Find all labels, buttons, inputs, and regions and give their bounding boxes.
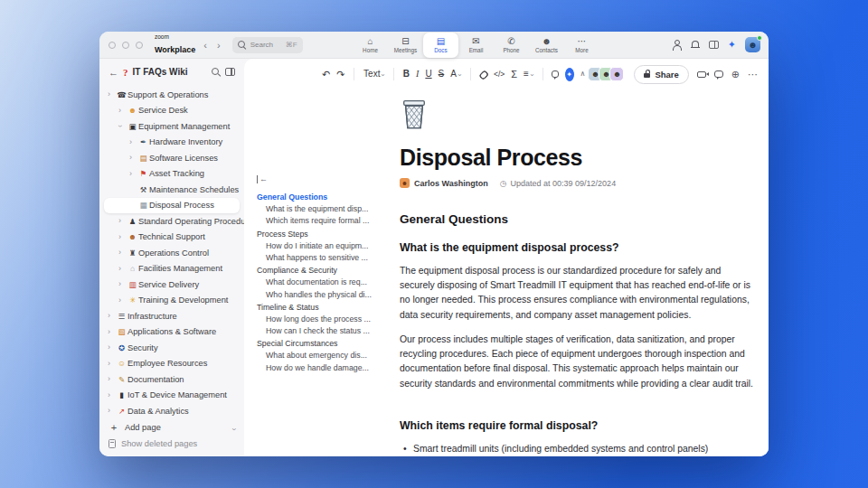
ai-companion-icon[interactable]: ✦ [728,39,736,51]
toc-section-heading[interactable]: Timeline & Status [257,302,391,314]
question-heading[interactable]: What is the equipment disposal process? [400,241,754,254]
collapse-toolbar-button[interactable]: ∧ [580,70,586,78]
top-nav-tab[interactable]: ▤ Docs [423,33,458,58]
collapse-toc-icon[interactable]: ← [257,175,268,183]
list-dropdown[interactable]: ≡ [524,70,533,79]
chevron-icon[interactable] [118,122,127,130]
toc-section-heading[interactable]: Process Steps [257,229,391,240]
tree-item[interactable]: ⚒ Maintenance Schedules [99,182,244,198]
chevron-icon[interactable] [108,312,116,320]
top-nav-tab[interactable]: ⌂ Home [353,32,388,59]
tree-item[interactable]: ▮ IoT & Device Management [99,388,244,404]
italic-button[interactable]: I [416,70,419,79]
tree-item[interactable]: ☎ Support & Operations [99,87,244,103]
paragraph[interactable]: The equipment disposal process is our st… [400,264,754,323]
notifications-icon[interactable] [691,40,700,50]
chevron-icon[interactable] [129,154,137,162]
toc-item[interactable]: What documentation is req... [257,277,391,288]
tree-item[interactable]: ☻ Technical Support [99,230,244,246]
underline-button[interactable]: U [425,70,431,79]
global-search-input[interactable]: Search ⌘F [232,37,303,53]
strikethrough-button[interactable]: S [439,70,445,79]
top-nav-tab[interactable]: ✆ Phone [494,32,529,59]
chevron-icon[interactable] [118,280,127,288]
chevron-icon[interactable] [129,170,137,178]
tree-item[interactable]: ✎ Documentation [99,371,244,388]
toc-item[interactable]: What about emergency dis... [257,350,391,361]
text-style-dropdown[interactable]: Text [363,70,384,79]
toc-section-heading[interactable]: Special Circumstances [257,338,391,350]
globe-icon[interactable]: ⊕ [731,70,740,80]
comment-icon[interactable] [552,70,558,78]
tree-item[interactable]: ▤ Software Licenses [99,150,244,166]
chevron-icon[interactable] [118,233,127,241]
link-icon[interactable] [478,69,488,79]
chevron-icon[interactable] [108,391,116,399]
share-button[interactable]: Share [634,65,688,84]
add-page-button[interactable]: + Add page [99,420,244,436]
sidebar-search-icon[interactable] [212,68,221,77]
tree-item[interactable]: ▣ Equipment Management [99,118,244,135]
bold-button[interactable]: B [403,70,410,79]
top-nav-tab[interactable]: ⊟ Meetings [388,32,423,59]
toc-item[interactable]: How can I check the status ... [257,325,391,337]
chevron-icon[interactable] [118,107,127,115]
tree-item[interactable]: ⌂ Facilities Management [99,261,244,277]
formula-button[interactable]: Σ [511,70,517,80]
toc-item[interactable]: What is the equipment disp... [257,203,391,215]
chevron-icon[interactable] [108,90,116,99]
section-heading[interactable]: General Questions [400,212,754,226]
chevron-icon[interactable] [118,265,127,273]
chevron-icon[interactable] [118,249,127,257]
top-nav-tab[interactable]: ✉ Email [458,32,494,59]
nav-back-button[interactable]: ‹ [202,40,209,51]
tree-item[interactable]: ☺ Employee Resources [99,356,244,372]
chevron-icon[interactable] [108,343,116,352]
chevron-icon[interactable] [108,328,116,336]
chevron-icon[interactable] [108,360,116,368]
side-panel-icon[interactable] [709,41,719,49]
chevron-icon[interactable] [108,375,116,383]
tree-item[interactable]: ▧ Applications & Software [99,324,244,341]
toc-item[interactable]: What happens to sensitive ... [257,252,391,264]
toc-section-heading[interactable]: General Questions [257,192,391,203]
tree-item[interactable]: ▥ Service Delivery [99,277,244,293]
window-close-button[interactable] [108,42,116,49]
tree-item[interactable]: ✪ Security [99,340,244,356]
toc-section-heading[interactable]: Compliance & Security [257,265,391,277]
chevron-down-icon[interactable] [232,419,235,436]
toc-item[interactable]: How do I initiate an equipm... [257,240,391,252]
window-minimize-button[interactable] [122,42,129,49]
ai-assistant-button[interactable]: ✦ [565,68,574,81]
undo-button[interactable]: ↶ [322,70,330,80]
chevron-icon[interactable] [118,217,127,225]
toc-item[interactable]: Which items require formal ... [257,215,391,227]
code-button[interactable]: </> [494,70,505,79]
collaborator-avatar[interactable]: ☻ [609,67,624,81]
tree-item[interactable]: ♟ Standard Operating Procedures [99,213,244,230]
tree-item[interactable]: ✒ Hardware Inventory [99,135,244,151]
text-color-dropdown[interactable]: A [450,70,460,79]
video-icon[interactable] [697,71,706,78]
show-deleted-pages-button[interactable]: Show deleted pages [99,436,244,452]
toc-item[interactable]: Who handles the physical di... [257,289,391,301]
chevron-icon[interactable] [108,407,116,415]
tree-item[interactable]: ☰ Infrastructure [99,308,244,324]
paragraph[interactable]: Our process includes multiple stages of … [400,333,754,391]
tree-item[interactable]: ⚑ Asset Tracking [99,166,244,183]
bullet-item[interactable]: Smart treadmill units (including embedde… [400,444,754,454]
more-options-icon[interactable]: ⋯ [748,70,758,80]
tree-item[interactable]: ☻ Service Desk [99,103,244,119]
top-nav-tab[interactable]: ⋯ More [564,32,599,59]
chevron-icon[interactable] [118,296,127,305]
tree-item[interactable]: ↗ Data & Analytics [99,403,244,419]
chat-icon[interactable] [714,70,723,78]
profile-icon[interactable] [673,40,682,50]
nav-forward-button[interactable]: › [215,40,222,51]
tree-item[interactable]: ▦ Disposal Process [104,198,240,214]
page-title[interactable]: Disposal Process [400,145,754,171]
chevron-icon[interactable] [129,138,137,146]
top-nav-tab[interactable]: ☻ Contacts [529,32,564,59]
toc-item[interactable]: How do we handle damage... [257,362,391,374]
tree-item[interactable]: ♜ Operations Control [99,245,244,261]
